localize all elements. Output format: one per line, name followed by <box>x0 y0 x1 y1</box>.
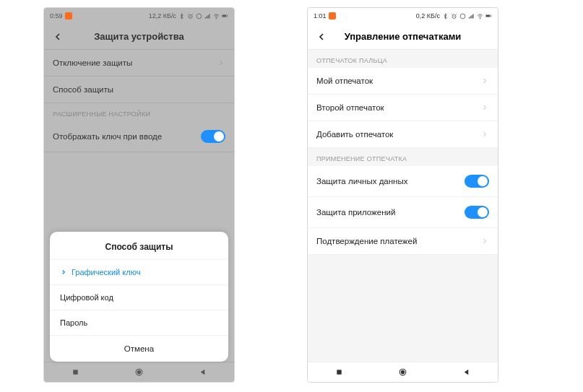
page-header: Управление отпечатками <box>308 24 498 50</box>
section-fingerprint: ОТПЕЧАТОК ПАЛЬЦА <box>308 50 498 68</box>
toggle-apps[interactable] <box>465 206 489 219</box>
option-label: Графический ключ <box>72 268 140 276</box>
svg-point-1 <box>197 14 202 19</box>
nav-back-icon[interactable] <box>461 367 471 378</box>
row-my-fingerprint[interactable]: Мой отпечаток <box>308 68 498 95</box>
alarm-icon <box>451 13 457 19</box>
wifi-icon <box>477 13 483 19</box>
row-label: Защита приложений <box>316 208 395 217</box>
page-header: Защита устройства <box>44 24 234 50</box>
row-label: Защита личных данных <box>316 177 407 186</box>
chevron-right-icon <box>480 237 489 245</box>
svg-rect-13 <box>491 15 492 16</box>
back-button[interactable] <box>51 30 64 43</box>
dnd-icon <box>196 13 202 19</box>
sheet-option-pattern[interactable]: Графический ключ <box>50 259 228 284</box>
row-label: Добавить отпечаток <box>316 130 393 139</box>
svg-rect-4 <box>228 15 228 16</box>
back-button[interactable] <box>315 30 328 43</box>
navigation-bar <box>308 362 498 382</box>
signal-icon <box>204 13 211 19</box>
row-app-protection[interactable]: Защита приложений <box>308 197 498 228</box>
dnd-icon <box>459 13 466 19</box>
action-sheet: Способ защиты Графический ключ Цифровой … <box>50 232 228 362</box>
chevron-right-icon <box>480 103 489 112</box>
phone-left: 0:59 12,2 КБ/с Защита устройства Отключе… <box>43 7 235 383</box>
navigation-bar <box>44 362 234 382</box>
status-network-speed: 12,2 КБ/с <box>149 12 176 19</box>
row-label: Мой отпечаток <box>316 77 373 85</box>
section-advanced: РАСШИРЕННЫЕ НАСТРОЙКИ <box>44 103 234 121</box>
row-label: Отображать ключ при вводе <box>53 132 162 141</box>
status-bar: 1:01 0,2 КБ/с <box>308 8 498 24</box>
row-label: Подтверждение платежей <box>316 237 417 245</box>
chevron-right-icon <box>480 130 489 139</box>
row-disable-protection[interactable]: Отключение защиты <box>44 50 234 77</box>
row-label: Отключение защиты <box>53 58 132 67</box>
notification-badge-icon <box>329 12 336 19</box>
nav-home-icon[interactable] <box>134 367 144 378</box>
battery-icon <box>222 13 228 19</box>
toggle-personal[interactable] <box>465 175 489 188</box>
row-second-fingerprint[interactable]: Второй отпечаток <box>308 95 498 121</box>
chevron-right-icon <box>217 58 225 67</box>
phone-right: 1:01 0,2 КБ/с Управление отпечатками ОТП… <box>307 7 498 383</box>
page-title: Управление отпечатками <box>345 31 462 42</box>
toggle-show-key[interactable] <box>201 130 225 143</box>
svg-point-17 <box>401 370 404 373</box>
row-protection-method[interactable]: Способ защиты <box>44 77 234 103</box>
status-bar: 0:59 12,2 КБ/с <box>44 8 234 24</box>
signal-icon <box>468 13 475 19</box>
svg-point-2 <box>216 18 217 19</box>
sheet-option-pin[interactable]: Цифровой код <box>50 284 228 310</box>
svg-rect-15 <box>337 370 342 374</box>
svg-point-11 <box>480 18 480 19</box>
sheet-option-password[interactable]: Пароль <box>50 310 228 335</box>
svg-point-8 <box>137 370 140 373</box>
nav-home-icon[interactable] <box>397 367 407 378</box>
status-network-speed: 0,2 КБ/с <box>416 12 440 19</box>
option-label: Пароль <box>60 318 87 327</box>
sheet-title: Способ защиты <box>50 232 228 259</box>
sheet-cancel[interactable]: Отмена <box>50 335 228 362</box>
settings-content: ОТПЕЧАТОК ПАЛЬЦА Мой отпечаток Второй от… <box>308 50 498 362</box>
nav-recent-icon[interactable] <box>334 367 345 378</box>
status-time: 1:01 <box>314 12 327 19</box>
status-time: 0:59 <box>50 12 63 19</box>
chevron-right-icon <box>480 77 489 85</box>
nav-back-icon[interactable] <box>197 367 207 378</box>
row-show-key[interactable]: Отображать ключ при вводе <box>44 121 234 152</box>
row-add-fingerprint[interactable]: Добавить отпечаток <box>308 121 498 148</box>
page-title: Защита устройства <box>94 31 184 42</box>
selected-indicator-icon <box>60 269 67 276</box>
svg-rect-6 <box>74 370 78 374</box>
row-payment-confirm[interactable]: Подтверждение платежей <box>308 228 498 255</box>
bluetooth-icon <box>442 13 449 19</box>
section-fingerprint-usage: ПРИМЕНЕНИЕ ОТПЕЧАТКА <box>308 148 498 166</box>
wifi-icon <box>213 13 220 19</box>
nav-recent-icon[interactable] <box>71 367 81 378</box>
svg-rect-14 <box>486 15 490 17</box>
row-label: Второй отпечаток <box>316 103 384 112</box>
svg-rect-5 <box>223 15 226 17</box>
svg-point-10 <box>460 14 465 19</box>
battery-icon <box>485 13 492 19</box>
alarm-icon <box>187 13 194 19</box>
row-personal-data[interactable]: Защита личных данных <box>308 166 498 197</box>
option-label: Цифровой код <box>60 293 113 302</box>
notification-badge-icon <box>65 12 72 19</box>
row-label: Способ защиты <box>53 85 113 94</box>
bluetooth-icon <box>178 13 185 19</box>
